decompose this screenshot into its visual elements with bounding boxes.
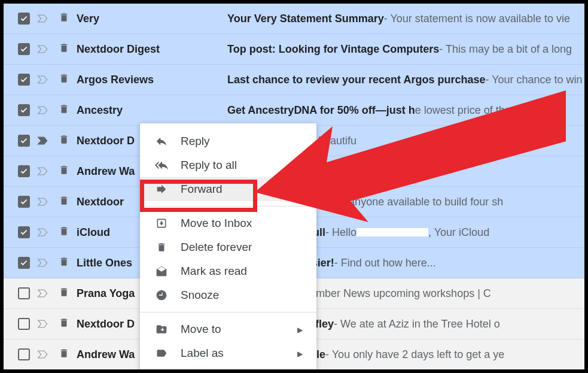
menu-snooze[interactable]: Snooze (140, 283, 316, 307)
trash-icon (59, 286, 71, 301)
importance-marker-icon[interactable] (37, 197, 50, 207)
sender-name: Ancestry (77, 104, 227, 117)
importance-marker-icon[interactable] (37, 289, 50, 298)
menu-move-inbox-label: Move to Inbox (181, 217, 252, 230)
menu-label-as-label: Label as (181, 347, 224, 360)
mark-read-icon (153, 265, 170, 277)
subject-text: Last chance to review your recent Argos … (227, 74, 485, 86)
snippet-text: - Find out how here... (334, 257, 436, 269)
snippet-text: - Hello (325, 226, 357, 239)
menu-forward[interactable]: Forward (140, 177, 316, 201)
checkbox[interactable] (18, 74, 30, 86)
checkbox[interactable] (18, 196, 30, 208)
snippet-text: - This may be a bit of a long (439, 43, 572, 56)
snippet-text: - We ate at Aziz in the Tree Hotel o (334, 318, 500, 330)
trash-icon (59, 72, 71, 87)
trash-icon (59, 42, 71, 57)
trash-icon (59, 103, 71, 118)
importance-marker-icon[interactable] (37, 136, 50, 145)
menu-move-to-label: Move to (181, 323, 221, 336)
importance-marker-icon[interactable] (37, 228, 50, 237)
trash-icon (59, 225, 71, 240)
subject-snippet: Get AncestryDNA for 50% off—just he lowe… (227, 104, 584, 117)
context-menu: Reply Reply to all Forward Move to Inbox (140, 123, 316, 371)
importance-marker-icon[interactable] (37, 44, 50, 54)
importance-marker-icon[interactable] (37, 319, 50, 329)
trash-icon (59, 256, 71, 271)
sender-name: Argos Reviews (77, 74, 227, 86)
menu-reply-label: Reply (181, 135, 210, 148)
subject-snippet: Last chance to review your recent Argos … (227, 74, 584, 86)
move-inbox-icon (153, 217, 170, 229)
menu-reply-all[interactable]: Reply to all (140, 153, 316, 177)
trash-icon (59, 134, 71, 148)
checkbox[interactable] (18, 43, 30, 55)
app-frame: VeryYour Very Statement Summary - Your s… (0, 0, 588, 373)
sender-name: Very (77, 13, 227, 25)
subject-snippet: Top post: Looking for Vintage Computers … (227, 43, 584, 56)
menu-mark-read-label: Mark as read (181, 265, 247, 278)
snippet-text: - Your statement is now available to vie (384, 13, 570, 25)
email-row[interactable]: Nextdoor DigestTop post: Looking for Vin… (4, 34, 584, 65)
snippet-text-2: , Your iCloud (428, 226, 489, 239)
checkbox[interactable] (18, 287, 30, 299)
reply-icon (153, 135, 170, 148)
menu-label-as[interactable]: Label as ▸ (140, 341, 316, 365)
subject-text: Top post: Looking for Vintage Computers (227, 43, 439, 56)
label-as-icon (153, 347, 170, 359)
trash-icon (59, 11, 71, 26)
reply-all-icon (153, 159, 170, 172)
menu-snooze-label: Snooze (181, 289, 219, 302)
subject-text: Get AncestryDNA for 50% off—just h (227, 104, 415, 117)
menu-delete-forever-label: Delete forever (181, 241, 252, 254)
submenu-arrow-icon: ▸ (297, 323, 303, 336)
menu-move-inbox[interactable]: Move to Inbox (140, 211, 316, 235)
checkbox[interactable] (18, 135, 30, 147)
menu-reply[interactable]: Reply (140, 129, 316, 153)
snippet-text: - Hello Is anyone available to build fou… (303, 196, 503, 208)
submenu-arrow-icon: ▸ (297, 347, 303, 360)
snippet-text: e lowest price of the (415, 104, 511, 117)
email-row[interactable]: AncestryGet AncestryDNA for 50% off—just… (4, 95, 584, 126)
importance-marker-icon[interactable] (37, 350, 50, 359)
snippet-text: - You only have 2 days left to get a ye (325, 348, 504, 361)
importance-marker-icon[interactable] (37, 166, 50, 176)
checkbox[interactable] (18, 13, 30, 25)
delete-forever-icon (153, 241, 170, 253)
email-row[interactable]: VeryYour Very Statement Summary - Your s… (4, 4, 584, 34)
checkbox[interactable] (18, 104, 30, 116)
checkbox[interactable] (18, 348, 30, 360)
menu-delete-forever[interactable]: Delete forever (140, 235, 316, 259)
snooze-icon (153, 289, 170, 301)
trash-icon (59, 347, 71, 362)
checkbox[interactable] (18, 165, 30, 177)
move-to-icon (153, 323, 170, 335)
trash-icon (59, 317, 71, 332)
checkbox[interactable] (18, 318, 30, 330)
menu-separator (140, 206, 316, 207)
menu-separator-2 (140, 312, 316, 313)
menu-mark-read[interactable]: Mark as read (140, 259, 316, 283)
menu-forward-label: Forward (181, 183, 223, 196)
menu-move-to[interactable]: Move to ▸ (140, 317, 316, 341)
redacted-span (357, 228, 428, 236)
importance-marker-icon[interactable] (37, 258, 50, 268)
sender-name: Nextdoor Digest (77, 43, 227, 56)
trash-icon (59, 164, 71, 179)
forward-icon (153, 183, 170, 196)
subject-text: Your Very Statement Summary (227, 13, 384, 25)
menu-reply-all-label: Reply to all (181, 159, 237, 172)
checkbox[interactable] (18, 257, 30, 269)
checkbox[interactable] (18, 226, 30, 238)
importance-marker-icon[interactable] (37, 75, 50, 84)
trash-icon (59, 195, 71, 210)
subject-snippet: Your Very Statement Summary - Your state… (227, 13, 584, 25)
email-row[interactable]: Argos ReviewsLast chance to review your … (4, 65, 584, 95)
importance-marker-icon[interactable] (37, 14, 50, 23)
snippet-text: - Your chance to win (485, 74, 582, 86)
importance-marker-icon[interactable] (37, 105, 50, 115)
